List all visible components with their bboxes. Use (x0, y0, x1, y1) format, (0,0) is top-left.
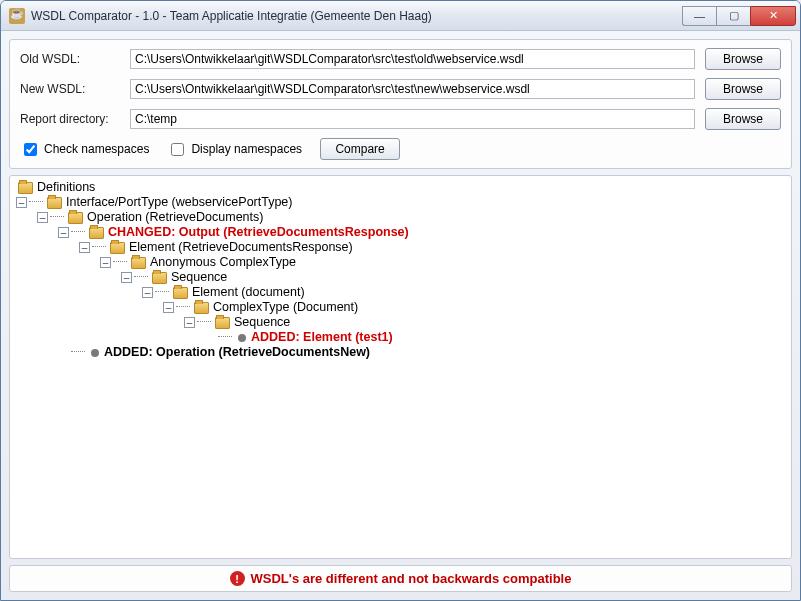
window-title: WSDL Comparator - 1.0 - Team Applicatie … (31, 9, 682, 23)
tree-line (218, 336, 232, 337)
new-wsdl-label: New WSDL: (20, 82, 120, 96)
leaf-icon (91, 349, 99, 357)
maximize-button[interactable]: ▢ (716, 6, 750, 26)
tree-line (197, 321, 211, 322)
check-namespaces-label[interactable]: Check namespaces (20, 140, 149, 159)
tree-node[interactable]: – Anonymous ComplexType (16, 255, 785, 270)
tree-node[interactable]: – Sequence (16, 270, 785, 285)
compare-button[interactable]: Compare (320, 138, 400, 160)
browse-old-button[interactable]: Browse (705, 48, 781, 70)
expander-icon (205, 332, 216, 343)
tree-node[interactable]: – Operation (RetrieveDocuments) (16, 210, 785, 225)
tree-node-changed[interactable]: – CHANGED: Output (RetrieveDocumentsResp… (16, 225, 785, 240)
report-dir-input[interactable] (130, 109, 695, 129)
expander-icon[interactable]: – (142, 287, 153, 298)
expander-icon[interactable]: – (58, 227, 69, 238)
folder-icon (68, 212, 83, 224)
folder-icon (18, 182, 33, 194)
leaf-icon (238, 334, 246, 342)
tree-line (113, 261, 127, 262)
tree-node-added-op[interactable]: ADDED: Operation (RetrieveDocumentsNew) (16, 345, 785, 360)
content-area: Old WSDL: Browse New WSDL: Browse Report… (1, 31, 800, 600)
status-message: WSDL's are different and not backwards c… (251, 571, 572, 586)
browse-report-button[interactable]: Browse (705, 108, 781, 130)
expander-icon[interactable]: – (37, 212, 48, 223)
tree-label: Interface/PortType (webservicePortType) (66, 195, 292, 210)
display-namespaces-checkbox[interactable] (171, 143, 184, 156)
tree-line (50, 216, 64, 217)
tree-node[interactable]: – ComplexType (Document) (16, 300, 785, 315)
tree-line (71, 231, 85, 232)
folder-icon (47, 197, 62, 209)
close-button[interactable]: ✕ (750, 6, 796, 26)
expander-icon[interactable]: – (163, 302, 174, 313)
tree-label: ComplexType (Document) (213, 300, 358, 315)
tree-line (29, 201, 43, 202)
folder-icon (131, 257, 146, 269)
minimize-button[interactable]: — (682, 6, 716, 26)
tree-node[interactable]: – Interface/PortType (webservicePortType… (16, 195, 785, 210)
folder-icon (89, 227, 104, 239)
check-namespaces-checkbox[interactable] (24, 143, 37, 156)
tree-label: Anonymous ComplexType (150, 255, 296, 270)
expander-icon[interactable]: – (79, 242, 90, 253)
tree-label: Element (document) (192, 285, 305, 300)
expander-icon[interactable]: – (100, 257, 111, 268)
tree-label: Sequence (234, 315, 290, 330)
display-namespaces-text: Display namespaces (191, 142, 302, 156)
tree-node[interactable]: – Element (RetrieveDocumentsResponse) (16, 240, 785, 255)
tree-line (155, 291, 169, 292)
error-icon: ! (230, 571, 245, 586)
tree-label: ADDED: Element (test1) (251, 330, 393, 345)
input-panel: Old WSDL: Browse New WSDL: Browse Report… (9, 39, 792, 169)
expander-icon[interactable]: – (121, 272, 132, 283)
tree-node-definitions[interactable]: Definitions (16, 180, 785, 195)
window: WSDL Comparator - 1.0 - Team Applicatie … (0, 0, 801, 601)
tree-line (134, 276, 148, 277)
old-wsdl-label: Old WSDL: (20, 52, 120, 66)
report-dir-label: Report directory: (20, 112, 120, 126)
expander-icon[interactable]: – (184, 317, 195, 328)
java-app-icon (9, 8, 25, 24)
tree-label: Operation (RetrieveDocuments) (87, 210, 263, 225)
folder-icon (215, 317, 230, 329)
tree-line (176, 306, 190, 307)
folder-icon (173, 287, 188, 299)
tree-label: Definitions (37, 180, 95, 195)
expander-icon (58, 347, 69, 358)
tree-label: Element (RetrieveDocumentsResponse) (129, 240, 353, 255)
tree-label: CHANGED: Output (RetrieveDocumentsRespon… (108, 225, 409, 240)
folder-icon (152, 272, 167, 284)
check-namespaces-text: Check namespaces (44, 142, 149, 156)
tree-node[interactable]: – Element (document) (16, 285, 785, 300)
window-buttons: — ▢ ✕ (682, 6, 796, 26)
tree-line (71, 351, 85, 352)
titlebar[interactable]: WSDL Comparator - 1.0 - Team Applicatie … (1, 1, 800, 31)
browse-new-button[interactable]: Browse (705, 78, 781, 100)
old-wsdl-input[interactable] (130, 49, 695, 69)
folder-icon (110, 242, 125, 254)
tree-node-added[interactable]: ADDED: Element (test1) (16, 330, 785, 345)
tree-node[interactable]: – Sequence (16, 315, 785, 330)
folder-icon (194, 302, 209, 314)
display-namespaces-label[interactable]: Display namespaces (167, 140, 302, 159)
expander-icon[interactable]: – (16, 197, 27, 208)
status-bar: ! WSDL's are different and not backwards… (9, 565, 792, 592)
tree-line (92, 246, 106, 247)
tree-label: ADDED: Operation (RetrieveDocumentsNew) (104, 345, 370, 360)
tree-panel[interactable]: Definitions – Interface/PortType (webser… (9, 175, 792, 559)
tree-label: Sequence (171, 270, 227, 285)
new-wsdl-input[interactable] (130, 79, 695, 99)
